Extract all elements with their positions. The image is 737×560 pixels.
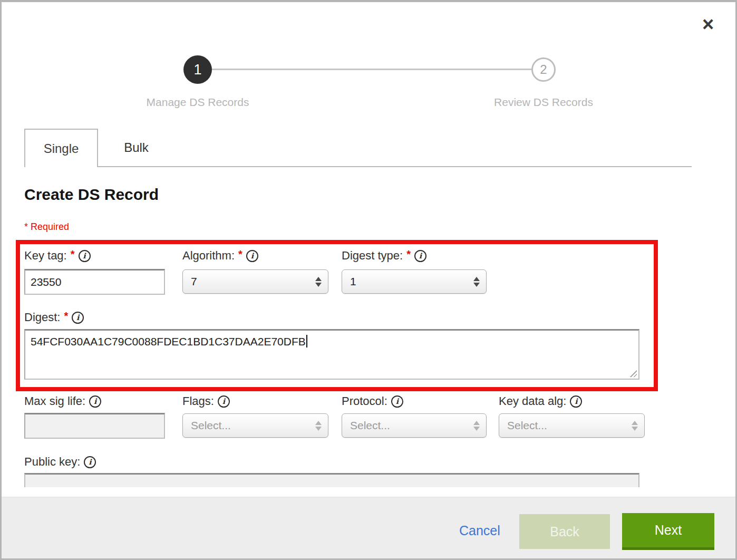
chevron-up-icon — [473, 421, 480, 425]
tab-single-label: Single — [44, 141, 79, 156]
text-caret — [306, 335, 307, 347]
key-data-alg-label: Key data alg: i — [499, 394, 582, 409]
flags-label: Flags: i — [182, 394, 230, 409]
digest-type-select-value: 1 — [350, 275, 356, 288]
algorithm-select-value: 7 — [191, 275, 197, 288]
algorithm-label: Algorithm: * i — [182, 248, 258, 263]
flags-info-icon[interactable]: i — [218, 395, 230, 408]
cancel-button[interactable]: Cancel — [459, 523, 500, 538]
select-stepper-arrows — [473, 277, 480, 287]
protocol-select[interactable]: Select... — [342, 413, 487, 438]
tab-single[interactable]: Single — [24, 129, 98, 167]
max-sig-life-info-icon[interactable]: i — [89, 395, 101, 408]
key-tag-label: Key tag: * i — [24, 248, 91, 263]
protocol-select-value: Select... — [350, 419, 390, 432]
flags-select[interactable]: Select... — [182, 413, 328, 438]
protocol-label: Protocol: i — [342, 394, 403, 409]
chevron-down-icon — [315, 283, 322, 287]
flags-label-text: Flags: — [182, 394, 214, 408]
tab-bulk[interactable]: Bulk — [98, 129, 174, 167]
digest-type-label-text: Digest type: — [342, 249, 403, 263]
select-stepper-arrows — [632, 421, 638, 431]
digest-type-select[interactable]: 1 — [342, 269, 487, 294]
step-2-indicator: 2 — [531, 57, 556, 82]
key-data-alg-label-text: Key data alg: — [499, 394, 566, 408]
required-note: * Required — [24, 221, 69, 233]
back-button[interactable]: Back — [519, 514, 610, 549]
tabs-underline — [98, 166, 692, 167]
chevron-up-icon — [315, 421, 322, 425]
flags-select-value: Select... — [191, 419, 231, 432]
chevron-down-icon — [315, 427, 322, 431]
select-stepper-arrows — [473, 421, 480, 431]
key-tag-input[interactable] — [24, 269, 165, 295]
resize-grip-icon[interactable] — [629, 369, 637, 377]
digest-textarea[interactable]: 54FCF030AA1C79C0088FDEC1BD1C37DAA2E70DFB — [24, 329, 639, 380]
tab-bulk-label: Bulk — [124, 140, 149, 155]
max-sig-life-input[interactable] — [24, 413, 165, 439]
algorithm-info-icon[interactable]: i — [246, 250, 258, 262]
digest-type-required-marker: * — [406, 248, 411, 260]
create-ds-record-modal: × 1 2 Manage DS Records Review DS Record… — [0, 0, 737, 560]
algorithm-label-text: Algorithm: — [182, 249, 235, 263]
digest-required-marker: * — [64, 310, 68, 322]
chevron-up-icon — [473, 277, 480, 281]
step-2-label: Review DS Records — [459, 96, 628, 109]
public-key-textarea[interactable] — [24, 473, 639, 487]
max-sig-life-label-text: Max sig life: — [24, 394, 85, 408]
public-key-label-text: Public key: — [24, 455, 80, 469]
protocol-label-text: Protocol: — [342, 394, 387, 408]
key-tag-info-icon[interactable]: i — [79, 250, 91, 262]
step-connector-line — [212, 69, 532, 70]
chevron-up-icon — [315, 277, 322, 281]
digest-info-icon[interactable]: i — [72, 312, 84, 324]
chevron-down-icon — [632, 427, 638, 431]
key-data-alg-select[interactable]: Select... — [499, 413, 645, 438]
digest-label-text: Digest: — [24, 311, 60, 324]
digest-type-info-icon[interactable]: i — [414, 250, 426, 262]
max-sig-life-label: Max sig life: i — [24, 394, 101, 409]
algorithm-required-marker: * — [238, 248, 243, 260]
step-1-number: 1 — [193, 62, 201, 78]
select-stepper-arrows — [315, 421, 322, 431]
chevron-up-icon — [632, 421, 638, 425]
public-key-info-icon[interactable]: i — [84, 456, 96, 468]
next-button[interactable]: Next — [622, 513, 714, 550]
key-tag-label-text: Key tag: — [24, 249, 67, 263]
digest-value: 54FCF030AA1C79C0088FDEC1BD1C37DAA2E70DFB — [31, 335, 306, 347]
step-1-label: Manage DS Records — [113, 96, 282, 109]
public-key-label: Public key: i — [24, 455, 96, 469]
digest-type-label: Digest type: * i — [342, 248, 426, 263]
chevron-down-icon — [473, 427, 480, 431]
select-stepper-arrows — [315, 277, 322, 287]
key-tag-required-marker: * — [71, 248, 75, 260]
close-icon[interactable]: × — [695, 12, 721, 37]
page-title: Create DS Record — [24, 186, 159, 204]
step-2-number: 2 — [540, 62, 547, 77]
algorithm-select[interactable]: 7 — [182, 269, 328, 294]
step-1-indicator: 1 — [183, 55, 212, 84]
digest-label: Digest: * i — [24, 310, 84, 325]
key-data-alg-select-value: Select... — [507, 419, 547, 432]
chevron-down-icon — [473, 283, 480, 287]
protocol-info-icon[interactable]: i — [391, 395, 403, 408]
key-data-alg-info-icon[interactable]: i — [570, 395, 582, 408]
